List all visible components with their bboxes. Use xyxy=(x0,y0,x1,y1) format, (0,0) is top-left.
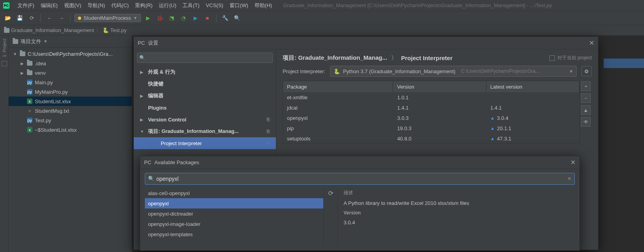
tree-item[interactable]: pyTest.py xyxy=(9,116,132,125)
nav-item-label: Plugins xyxy=(148,105,167,111)
close-icon[interactable]: ✕ xyxy=(589,39,594,47)
settings-nav-item[interactable]: Project Interpreter⎘ xyxy=(134,137,276,149)
stop-icon[interactable]: ■ xyxy=(203,13,212,23)
package-row[interactable]: setuptools40.8.0▲47.3.1 xyxy=(283,133,579,144)
show-early-button[interactable]: 👁 xyxy=(581,117,591,127)
available-package-item[interactable]: openpyxl-image-loader xyxy=(145,219,323,229)
forward-icon[interactable]: → xyxy=(57,13,66,23)
gear-icon[interactable]: ⚙ xyxy=(581,66,592,76)
available-packages-dialog: PC Available Packages ✕ 🔍 ✕ alas-ce0-ope… xyxy=(140,156,580,251)
available-package-item[interactable]: openpyxl-templates xyxy=(145,229,323,239)
available-package-item[interactable]: alas-ce0-openpyxl xyxy=(145,188,323,198)
project-panel-header[interactable]: 项目文件 ▼ xyxy=(9,36,132,47)
package-row[interactable]: openpyxl3.0.3▲3.0.4 xyxy=(283,113,579,123)
project-panel-title: 项目文件 xyxy=(21,38,41,45)
close-icon[interactable]: ✕ xyxy=(570,159,576,166)
package-table-header: Package Version Latest version xyxy=(283,81,579,92)
clear-icon[interactable]: ✕ xyxy=(567,176,572,182)
search-icon[interactable]: 🔍 xyxy=(232,13,242,23)
folder-icon xyxy=(20,51,25,56)
package-row[interactable]: et-xmlfile1.0.1 xyxy=(283,92,579,102)
folder-icon xyxy=(27,61,32,66)
structure-tool-icon[interactable] xyxy=(2,61,7,66)
tree-item[interactable]: ▶.idea xyxy=(9,59,132,68)
tree-item[interactable]: ▶venv xyxy=(9,68,132,78)
version-label: Version xyxy=(344,210,569,216)
nav-item-label: 编辑器 xyxy=(148,92,163,99)
package-row[interactable]: jdcal1.4.11.4.1 xyxy=(283,102,579,113)
available-titlebar: PC Available Packages ✕ xyxy=(140,156,579,169)
breadcrumb-project[interactable]: Graduate_Information_Management xyxy=(11,27,94,33)
separator xyxy=(216,14,217,22)
debug-icon[interactable]: 🐞 xyxy=(155,13,165,23)
menu-vcs[interactable]: VCS(S) xyxy=(203,2,226,8)
tree-item-label: StudentMsg.txt xyxy=(35,108,69,114)
profile-icon[interactable]: ◔ xyxy=(179,13,188,23)
tree-item[interactable]: pyMain.py xyxy=(9,78,132,87)
search-icon: 🔍 xyxy=(139,55,145,61)
project-tool-tab[interactable]: 1: Project xyxy=(2,39,7,57)
expand-icon[interactable]: ▶ xyxy=(20,71,25,75)
refresh-icon[interactable]: ⟳ xyxy=(328,189,333,197)
remove-package-button[interactable]: − xyxy=(581,93,591,103)
expand-icon: ▶ xyxy=(140,94,145,98)
pkg-version: 3.0.3 xyxy=(393,113,486,123)
tree-item[interactable]: ≡StudentMsg.txt xyxy=(9,106,132,116)
menu-file[interactable]: 文件(F) xyxy=(14,2,38,9)
package-table[interactable]: Package Version Latest version et-xmlfil… xyxy=(283,81,580,144)
menu-tools[interactable]: 工具(T) xyxy=(179,2,203,9)
tree-item[interactable]: xStudentList.xlsx xyxy=(9,97,132,106)
available-package-list[interactable]: alas-ce0-openpyxlopenpyxlopenpyxl-dictre… xyxy=(145,188,324,246)
settings-nav-item[interactable]: ▼项目: Graduate_Information_Manag...⎘ xyxy=(134,125,276,137)
copy-icon[interactable]: ⎘ xyxy=(267,129,270,134)
expand-icon[interactable]: ▼ xyxy=(13,52,17,56)
available-package-item[interactable]: openpyxl-dictreader xyxy=(145,208,323,219)
add-package-button[interactable]: ＋ xyxy=(581,81,591,91)
coverage-icon[interactable]: ⬔ xyxy=(167,13,177,23)
excel-file-icon: x xyxy=(27,127,32,133)
pkg-version: 1.0.1 xyxy=(393,92,486,102)
package-row[interactable]: pip19.0.3▲20.1.1 xyxy=(283,123,579,133)
save-icon[interactable]: 💾 xyxy=(15,13,25,23)
interpreter-select[interactable]: 🐍 Python 3.7 (Graduate_Information_Manag… xyxy=(330,66,577,77)
back-icon[interactable]: ← xyxy=(45,13,54,23)
project-tree[interactable]: ▼ C:\Users\Dell\PycharmProjects\Gra... ▶… xyxy=(9,47,132,252)
menu-edit[interactable]: 编辑(E) xyxy=(38,2,61,9)
col-package: Package xyxy=(283,81,393,92)
available-package-item[interactable]: openpyxl xyxy=(145,198,323,208)
settings-nav-item[interactable]: 快捷键 xyxy=(134,78,276,90)
settings-nav-item[interactable]: ▶Version Control⎘ xyxy=(134,114,276,125)
menu-help[interactable]: 帮助(H) xyxy=(251,2,275,9)
settings-nav-item[interactable]: ▶外观 & 行为 xyxy=(134,66,276,78)
copy-icon[interactable] xyxy=(549,55,555,61)
sync-icon[interactable]: ⟳ xyxy=(27,13,36,23)
open-icon[interactable]: 📂 xyxy=(3,13,13,23)
breadcrumb-file[interactable]: Test.py xyxy=(110,27,127,33)
menu-navigate[interactable]: 导航(N) xyxy=(84,2,108,9)
run-config-select[interactable]: StudentMainProcess ▼ xyxy=(74,14,141,22)
settings-nav-item[interactable]: Plugins xyxy=(134,102,276,114)
menu-view[interactable]: 视图(V) xyxy=(61,2,84,9)
tree-item-label: Test.py xyxy=(35,117,51,123)
menu-window[interactable]: 窗口(W) xyxy=(226,2,251,9)
copy-icon[interactable]: ⎘ xyxy=(267,117,270,122)
settings-nav-item[interactable]: ▶编辑器 xyxy=(134,90,276,102)
tree-item[interactable]: pyMyMainPro.py xyxy=(9,87,132,97)
expand-icon: ▼ xyxy=(140,129,145,134)
expand-icon[interactable]: ▶ xyxy=(20,61,25,66)
settings-search-input[interactable] xyxy=(137,53,273,63)
copy-icon[interactable]: ⎘ xyxy=(267,140,270,146)
tree-item[interactable]: x~$StudentList.xlsx xyxy=(9,125,132,135)
tree-root[interactable]: ▼ C:\Users\Dell\PycharmProjects\Gra... xyxy=(9,49,132,59)
menu-refactor[interactable]: 重构(R) xyxy=(132,2,156,9)
menu-run[interactable]: 运行(U) xyxy=(156,2,179,9)
wrench-icon[interactable]: 🔧 xyxy=(220,13,230,23)
attach-icon[interactable]: ▶ xyxy=(191,13,200,23)
menu-code[interactable]: 代码(C) xyxy=(108,2,132,9)
available-search-input[interactable] xyxy=(145,173,575,185)
nav-item-label: 外观 & 行为 xyxy=(148,68,175,76)
pkg-latest: ▲3.0.4 xyxy=(486,113,579,123)
tree-item-label: venv xyxy=(35,70,46,76)
upgrade-package-button[interactable]: ▲ xyxy=(581,105,591,115)
run-icon[interactable]: ▶ xyxy=(143,13,153,23)
